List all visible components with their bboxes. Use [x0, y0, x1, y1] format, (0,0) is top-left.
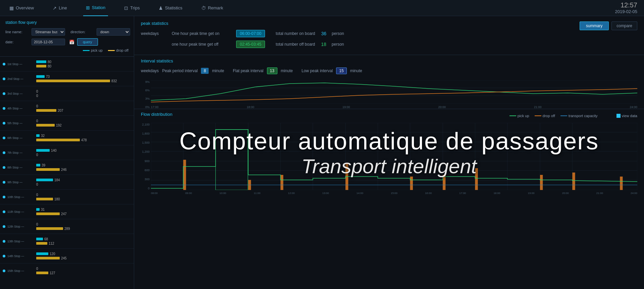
list-item[interactable]: 3rd Stop — 0 0	[0, 86, 134, 101]
view-data-checkbox[interactable]	[616, 114, 621, 118]
list-item[interactable]: 14th Stop — 120 245	[0, 249, 134, 263]
query-button[interactable]: query	[77, 38, 98, 46]
low-peak-label: Low peak interval	[302, 68, 333, 73]
line-name-row: line name: Streamax bus direction: down	[5, 28, 128, 36]
svg-rect-34	[540, 175, 543, 190]
low-peak-badge: 15	[336, 67, 346, 74]
bar-row-cyan: 184	[36, 178, 131, 182]
get-off-time-badge: 02:45-03:45	[236, 41, 265, 48]
bar-row-gold: 245	[36, 256, 131, 260]
list-item[interactable]: 4th Stop — 0 207	[0, 101, 134, 116]
gold-val: 112	[49, 242, 57, 245]
cyan-bar	[36, 179, 53, 181]
bar-row-gold: 247	[36, 212, 131, 216]
summary-button[interactable]: summary	[580, 21, 609, 30]
peak-row-off: one hour peak time get off 02:45-03:45 t…	[141, 41, 637, 48]
list-item[interactable]: 11th Stop — 31 247	[0, 204, 134, 219]
trips-icon: ⊡	[124, 5, 128, 11]
cyan-bar	[36, 134, 40, 137]
bar-row-gold: 112	[36, 242, 131, 245]
compare-button[interactable]: compare	[611, 21, 637, 30]
cyan-bar	[36, 149, 50, 152]
gold-val: 478	[81, 138, 89, 142]
station-dot	[3, 107, 5, 110]
bars-col: 184 0	[36, 178, 131, 186]
direction-label: direction:	[70, 30, 94, 34]
calendar-icon[interactable]: 📅	[69, 40, 74, 45]
gold-val: 192	[56, 124, 64, 127]
main-layout: station flow query line name: Streamax b…	[0, 16, 644, 289]
list-item[interactable]: 15th Stop — 0 127	[0, 263, 134, 276]
bar-row-cyan: 32	[36, 134, 131, 138]
line-chart-section: 9% 6% 3% 0%	[134, 80, 644, 109]
station-dot	[3, 270, 5, 272]
nav-trips[interactable]: ⊡ Trips	[121, 5, 142, 11]
right-panel: summary compare peak statistics weekdays…	[134, 16, 644, 289]
bars-col: 80 80	[36, 60, 131, 68]
nav-overview[interactable]: ▦ Overview	[7, 5, 37, 11]
bars-col: 39 246	[36, 163, 131, 172]
direction-select[interactable]: down	[97, 28, 130, 36]
station-dot	[3, 137, 5, 139]
list-item[interactable]: 8th Stop — 39 246	[0, 160, 134, 175]
pickup-line-icon	[509, 115, 516, 116]
list-item[interactable]: 5th Stop — 0 192	[0, 116, 134, 131]
nav-station[interactable]: ⊞ Station	[83, 0, 108, 16]
list-item[interactable]: 2nd Stop — 73 832	[0, 71, 134, 86]
bar-row-gold: 180	[36, 197, 131, 201]
list-item[interactable]: 6th Stop — 32 478	[0, 131, 134, 145]
list-item[interactable]: 13th Stop — 68 112	[0, 234, 134, 249]
bar-row-gold: 0	[36, 94, 131, 98]
view-data-checkbox-row: view data	[616, 114, 637, 118]
nav-statistics[interactable]: ♟ Statistics	[156, 5, 185, 11]
svg-rect-36	[620, 177, 623, 190]
line-name-select[interactable]: Streamax bus	[32, 28, 65, 36]
station-dot	[3, 255, 5, 257]
nav-line[interactable]: ↗ Line	[50, 5, 70, 11]
station-name: 4th Stop —	[7, 107, 34, 110]
flat-peak-badge: 13	[267, 67, 277, 74]
bars-col: 0 207	[36, 104, 131, 112]
date-input[interactable]	[32, 39, 65, 45]
flow-legend: pick up drop off transport capacity view…	[509, 114, 637, 118]
list-item[interactable]: 12th Stop — 0 289	[0, 219, 134, 234]
gold-bar	[36, 242, 47, 245]
svg-rect-35	[572, 173, 575, 190]
gold-val: 207	[58, 109, 66, 112]
list-item[interactable]: 7th Stop — 140 0	[0, 145, 134, 160]
bar-row-cyan: 31	[36, 208, 131, 211]
bar-row-gold: 127	[36, 271, 131, 275]
gold-val: 0	[36, 153, 44, 157]
capacity-flow-legend: transport capacity	[560, 114, 598, 118]
gold-bar	[36, 257, 60, 259]
cyan-val: 80	[48, 60, 56, 64]
bars-col: 32 478	[36, 134, 131, 142]
line-chart-y-axis: 9% 6% 3% 0%	[141, 80, 151, 109]
station-name: 7th Stop —	[7, 151, 34, 154]
weekdays-label-1: weekdays	[141, 31, 168, 36]
line-icon: ↗	[53, 5, 57, 11]
cyan-bar	[36, 238, 43, 240]
station-dot	[3, 240, 5, 243]
station-name: 15th Stop —	[7, 269, 34, 273]
flow-section-title: Flow distribution	[141, 112, 172, 117]
peak-period-badge: 8	[201, 68, 209, 74]
peak-section-title: peak statistics	[141, 21, 637, 26]
bar-row-gold: 192	[36, 124, 131, 127]
svg-rect-31	[410, 177, 413, 190]
gold-val: 832	[111, 79, 119, 83]
nav-remark[interactable]: ⏱ Remark	[199, 5, 226, 11]
list-item[interactable]: 1st Stop — 80 80	[0, 57, 134, 71]
gold-val: 289	[64, 227, 72, 231]
pickup-legend: pick up	[83, 48, 103, 52]
cyan-val: 31	[41, 208, 49, 211]
bars-col: 140 0	[36, 149, 131, 157]
list-item[interactable]: 9th Stop — 184 0	[0, 175, 134, 190]
statistics-icon: ♟	[159, 5, 163, 11]
remark-icon: ⏱	[201, 5, 206, 11]
flat-peak-label: Flat peak interval	[233, 68, 263, 73]
peak-period-label: Peak period interval	[162, 68, 198, 73]
bar-row-cyan: 68	[36, 237, 131, 241]
list-item[interactable]: 10th Stop — 0 180	[0, 190, 134, 204]
pickup-legend-color	[83, 50, 90, 51]
